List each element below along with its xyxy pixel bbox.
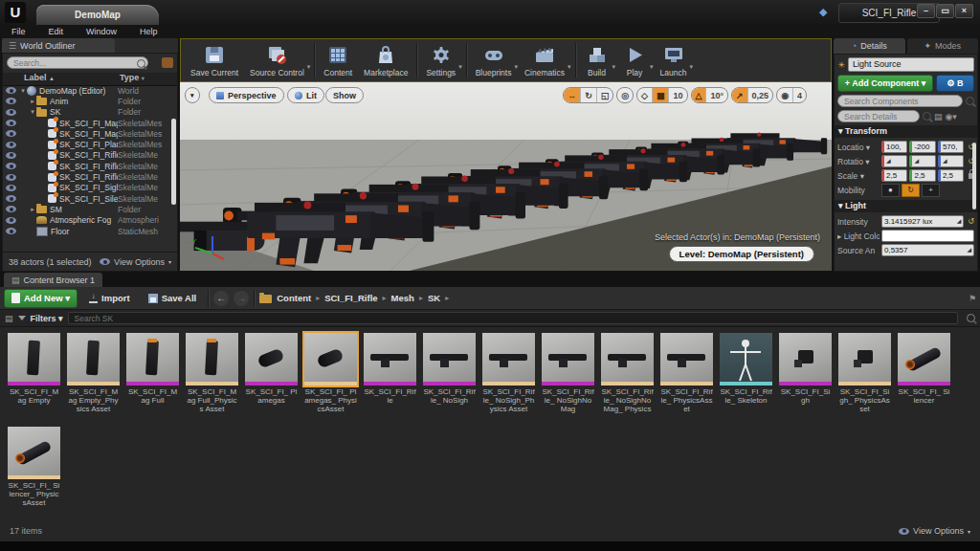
visibility-eye-icon[interactable] (6, 163, 16, 169)
chevron-down-icon[interactable]: ▾ (307, 63, 311, 71)
visibility-eye-icon[interactable] (6, 98, 16, 104)
map-tab[interactable]: DemoMap (36, 5, 159, 25)
surface-snap-icon[interactable]: ◇ (637, 88, 653, 102)
column-label[interactable]: Label ▲ (24, 73, 120, 85)
world-outliner-tab[interactable]: ☰ World Outliner (2, 38, 115, 53)
details-scrollbar[interactable] (972, 143, 976, 209)
tree-row[interactable]: SK_SCI_FI_MagEmSkeletalMes (3, 118, 177, 128)
scale-y-field[interactable]: 2,5 (909, 169, 935, 182)
intensity-field[interactable]: 3.1415927 lux◢ (881, 215, 964, 228)
actor-name-field[interactable]: Light Source (848, 57, 974, 72)
outliner-scrollbar[interactable] (171, 119, 176, 205)
source-angle-field[interactable]: 0,5357◢ (881, 244, 974, 256)
content-browser-tab[interactable]: ▤ Content Browser 1 (4, 273, 102, 287)
outliner-view-options[interactable]: View Options ▾ (100, 257, 171, 267)
asset-search-input[interactable] (68, 312, 958, 324)
perspective-button[interactable]: Perspective (209, 87, 284, 103)
import-button[interactable]: ↓Import (82, 290, 137, 307)
play-button[interactable]: Play (616, 40, 653, 80)
blueprints-button[interactable]: Blueprints (470, 40, 518, 80)
location-y-field[interactable]: -200 (909, 141, 935, 153)
marketplace-button[interactable]: Marketplace (358, 40, 413, 80)
visibility-eye-icon[interactable] (6, 87, 16, 94)
tree-row[interactable]: ▸AnimFolder (3, 96, 177, 106)
move-tool-icon[interactable]: ↔ (564, 88, 581, 102)
add-component-button[interactable]: + Add Component ▾ (837, 75, 933, 92)
search-details-input[interactable] (837, 110, 920, 122)
rotation-x-field[interactable]: ◢ (881, 155, 907, 167)
chevron-down-icon[interactable]: ▾ (689, 63, 693, 71)
rotation-y-field[interactable]: ◢ (909, 155, 935, 167)
maximize-button[interactable]: ▭ (936, 4, 954, 18)
source-control-button[interactable]: Source Control (244, 40, 310, 80)
tree-row[interactable]: ▸SMFolder (3, 204, 177, 214)
chevron-down-icon[interactable]: ▾ (650, 63, 654, 71)
scale-tool-icon[interactable]: ◱ (597, 88, 613, 102)
property-matrix-icon[interactable]: ▤ (934, 112, 943, 121)
menu-window[interactable]: Window (75, 27, 128, 36)
tree-row[interactable]: SK_SCI_FI_SilenceSkeletalMe (3, 193, 177, 204)
lit-mode-button[interactable]: Lit (287, 87, 324, 103)
tree-row[interactable]: SK_SCI_FI_Rifle_NSkeletalMe (3, 171, 177, 182)
content-button[interactable]: Content (318, 40, 358, 80)
visibility-eye-icon[interactable] (6, 185, 16, 191)
asset-tile[interactable]: SK_SCI_FI_Sigh (779, 333, 832, 413)
breadcrumb-sk[interactable]: SK (428, 293, 440, 303)
light-section-header[interactable]: ▾ Light (835, 200, 977, 212)
tree-row[interactable]: SK_SCI_FI_Rifle_NSkeletalMe (3, 161, 177, 171)
asset-tile[interactable]: SK_SCI_FI_Sigh_ PhysicsAsset (838, 333, 891, 413)
world-space-icon[interactable]: ◎ (617, 88, 633, 102)
visibility-eye-icon[interactable] (6, 174, 16, 181)
chevron-down-icon[interactable]: ▾ (514, 63, 518, 71)
tree-row[interactable]: SK_SCI_FI_SighSkeletalMe (3, 183, 177, 193)
light-color-swatch[interactable] (881, 230, 974, 242)
scale-snap-value[interactable]: 0,25 (748, 88, 773, 102)
asset-tile[interactable]: SK_SCI_FI_Mag Full_Physics Asset (186, 333, 238, 413)
tree-row[interactable]: SK_SCI_FI_MagFuSkeletalMes (3, 128, 177, 139)
settings-button[interactable]: Settings (420, 40, 461, 80)
close-button[interactable]: × (955, 4, 973, 18)
menu-help[interactable]: Help (128, 27, 169, 36)
outliner-search-input[interactable] (7, 56, 148, 69)
asset-tile[interactable]: SK_SCI_FI_Rifle (364, 333, 416, 413)
asset-tile[interactable]: SK_SCI_FI_Mag Empty (8, 333, 60, 413)
scale-z-field[interactable]: 2,5 (938, 169, 964, 182)
asset-tile[interactable]: SK_SCI_FI_Rifle_ PhysicsAsset (660, 333, 713, 413)
save-all-button[interactable]: Save All (142, 290, 204, 307)
outliner-settings-icon[interactable] (162, 57, 173, 68)
asset-tile[interactable]: SK_SCI_FI_Rifle_ NoSighNoMag_ PhysicsAss… (601, 333, 654, 413)
tree-row[interactable]: FloorStaticMesh (3, 226, 177, 236)
menu-file[interactable]: File (0, 27, 37, 36)
save-current-button[interactable]: Save Current (185, 40, 244, 80)
visibility-eye-icon[interactable] (6, 228, 16, 234)
visibility-eye-icon[interactable] (6, 142, 16, 148)
camera-speed-icon[interactable]: ◉ (777, 88, 793, 102)
asset-tile[interactable]: SK_SCI_FI_Rifle_ NoSighNoMag (542, 333, 594, 413)
menu-edit[interactable]: Edit (37, 27, 76, 36)
location-x-field[interactable]: 100, (881, 141, 907, 153)
asset-tile[interactable]: SK_SCI_FI_ Silencer_ PhysicsAsset (8, 427, 60, 507)
sources-panel-icon[interactable]: ▤ (5, 314, 13, 323)
light-color-label[interactable]: ▸ Light Colo (837, 231, 880, 241)
back-button[interactable]: ← (213, 291, 229, 306)
asset-tile[interactable]: SK_SCI_FI_Rifle_ NoSigh (423, 333, 476, 413)
rotation-snap-value[interactable]: 10° (706, 88, 727, 102)
filters-button[interactable]: Filters ▾ (31, 314, 63, 323)
visibility-eye-icon[interactable] (6, 130, 16, 137)
chevron-down-icon[interactable]: ▾ (612, 63, 616, 71)
scale-snap-icon[interactable]: ↗ (732, 88, 748, 102)
tree-row[interactable]: SK_SCI_FI_RifleSkeletalMe (3, 150, 177, 161)
chevron-down-icon[interactable]: ▾ (458, 63, 462, 71)
asset-tile[interactable]: SK_SCI_FI_ Plamegas (245, 333, 298, 413)
mobility-movable-button[interactable]: + (922, 184, 940, 197)
visibility-eye-icon[interactable] (6, 195, 16, 202)
build-button[interactable]: Build (579, 40, 615, 80)
breadcrumb-content[interactable]: Content (277, 293, 311, 303)
launch-button[interactable]: Launch (655, 40, 693, 80)
tree-row[interactable]: SK_SCI_FI_PlameSkeletalMes (3, 139, 177, 149)
add-new-button[interactable]: Add New ▾ (4, 289, 78, 308)
tree-row[interactable]: ▾DemoMap (Editor)World (3, 85, 177, 96)
browser-settings-icon[interactable]: ⚑ (969, 294, 976, 303)
blueprint-script-button[interactable]: ⚙ B (936, 75, 974, 92)
viewport-options-button[interactable]: ▾ (185, 87, 200, 103)
